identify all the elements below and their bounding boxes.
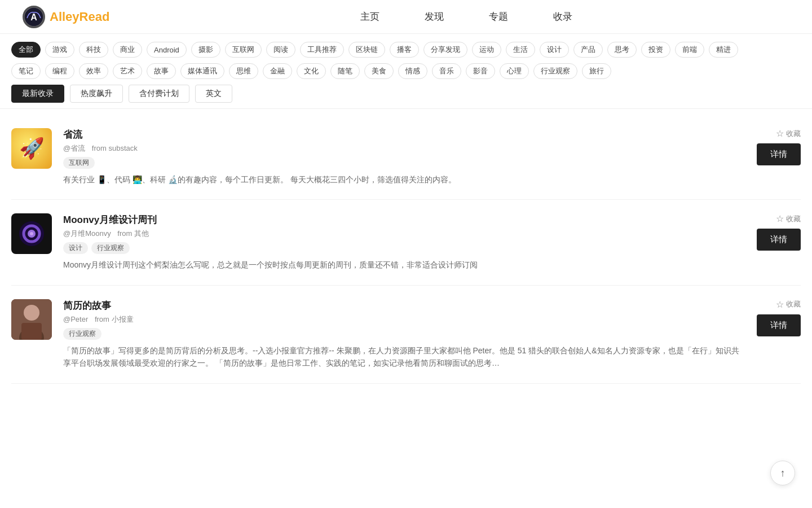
card-from: from substack	[92, 144, 138, 152]
sort-btn-含付费计划[interactable]: 含付费计划	[129, 85, 189, 103]
detail-button-moonvy[interactable]: 详情	[757, 229, 801, 251]
card-tag: 行业观察	[63, 328, 102, 340]
card-from: from 其他	[117, 229, 149, 238]
tag-随笔[interactable]: 随笔	[330, 63, 360, 79]
tag-美食[interactable]: 美食	[364, 63, 394, 79]
tag-商业[interactable]: 商业	[113, 42, 142, 58]
svg-point-5	[30, 232, 33, 235]
detail-button-jian-li[interactable]: 详情	[757, 314, 801, 336]
nav-discover[interactable]: 发现	[425, 10, 444, 23]
tag-Android[interactable]: Android	[147, 42, 187, 58]
tag-笔记[interactable]: 笔记	[11, 63, 41, 79]
filter-bar: 全部游戏科技商业Android摄影互联网阅读工具推荐区块链播客分享发现运动生活设…	[0, 34, 812, 109]
card-author: @Peter	[63, 315, 88, 323]
tag-生活[interactable]: 生活	[506, 42, 535, 58]
sort-btn-最新收录[interactable]: 最新收录	[11, 85, 64, 103]
card-title-moonvy: Moonvy月维设计周刊	[63, 213, 745, 226]
collect-label: 收藏	[786, 299, 801, 309]
card-meta-sheng-liu: @省流 from substack	[63, 143, 745, 154]
tag-区块链[interactable]: 区块链	[348, 42, 385, 58]
card-author: @月维Moonvy	[63, 229, 111, 238]
avatar-jian-li	[11, 299, 52, 340]
tag-row-1: 全部游戏科技商业Android摄影互联网阅读工具推荐区块链播客分享发现运动生活设…	[11, 42, 801, 58]
tag-心理[interactable]: 心理	[500, 63, 529, 79]
tag-金融[interactable]: 金融	[263, 63, 292, 79]
tag-全部[interactable]: 全部	[11, 42, 41, 58]
card-actions-sheng-liu: ☆ 收藏 详情	[757, 128, 801, 165]
star-icon: ☆	[776, 128, 784, 139]
card-moonvy: Moonvy月维设计周刊 @月维Moonvy from 其他 设计行业观察 Mo…	[11, 200, 801, 285]
main-nav: 主页 发现 专题 收录	[143, 10, 789, 23]
tag-工具推荐[interactable]: 工具推荐	[300, 42, 344, 58]
tag-播客[interactable]: 播客	[390, 42, 419, 58]
card-from: from 小报童	[95, 315, 134, 323]
tag-产品[interactable]: 产品	[573, 42, 603, 58]
tag-情感[interactable]: 情感	[398, 63, 427, 79]
collect-label: 收藏	[786, 214, 801, 224]
content-area: 🚀 省流 @省流 from substack 互联网 有关行业 📱、代码 👨‍💻…	[0, 109, 812, 389]
tag-互联网[interactable]: 互联网	[225, 42, 262, 58]
card-jian-li: 简历的故事 @Peter from 小报童 行业观察 「简历的故事」写得更多的是…	[11, 286, 801, 384]
card-title-jian-li: 简历的故事	[63, 299, 745, 312]
star-icon: ☆	[776, 299, 784, 310]
sort-btn-英文[interactable]: 英文	[195, 85, 232, 103]
card-tags-moonvy: 设计行业观察	[63, 242, 745, 254]
tag-前端[interactable]: 前端	[675, 42, 704, 58]
tag-思考[interactable]: 思考	[607, 42, 637, 58]
svg-text:A: A	[30, 12, 37, 22]
collect-button-moonvy[interactable]: ☆ 收藏	[776, 213, 801, 224]
card-desc-sheng-liu: 有关行业 📱、代码 👨‍💻、科研 🔬的有趣内容，每个工作日更新。 每天大概花三四…	[63, 173, 745, 186]
nav-home[interactable]: 主页	[360, 10, 379, 23]
detail-button-sheng-liu[interactable]: 详情	[757, 143, 801, 165]
card-tag: 互联网	[63, 157, 95, 169]
tag-投资[interactable]: 投资	[641, 42, 670, 58]
tag-音乐[interactable]: 音乐	[432, 63, 461, 79]
card-actions-moonvy: ☆ 收藏 详情	[757, 213, 801, 251]
tag-行业观察[interactable]: 行业观察	[533, 63, 577, 79]
tag-摄影[interactable]: 摄影	[191, 42, 220, 58]
tag-思维[interactable]: 思维	[229, 63, 258, 79]
card-tags-jian-li: 行业观察	[63, 328, 745, 340]
tag-故事[interactable]: 故事	[147, 63, 176, 79]
collect-button-jian-li[interactable]: ☆ 收藏	[776, 299, 801, 310]
sort-row: 最新收录热度飙升含付费计划英文	[11, 85, 801, 108]
card-body-moonvy: Moonvy月维设计周刊 @月维Moonvy from 其他 设计行业观察 Mo…	[63, 213, 745, 271]
card-actions-jian-li: ☆ 收藏 详情	[757, 299, 801, 336]
tag-效率[interactable]: 效率	[79, 63, 108, 79]
tag-旅行[interactable]: 旅行	[582, 63, 611, 79]
card-body-sheng-liu: 省流 @省流 from substack 互联网 有关行业 📱、代码 👨‍💻、科…	[63, 128, 745, 186]
star-icon: ☆	[776, 213, 784, 224]
tag-媒体通讯[interactable]: 媒体通讯	[180, 63, 224, 79]
tag-影音[interactable]: 影音	[466, 63, 495, 79]
card-tag: 设计	[63, 242, 88, 254]
card-meta-moonvy: @月维Moonvy from 其他	[63, 229, 745, 239]
tag-文化[interactable]: 文化	[297, 63, 326, 79]
card-tags-sheng-liu: 互联网	[63, 157, 745, 169]
tag-运动[interactable]: 运动	[472, 42, 501, 58]
card-author: @省流	[63, 144, 85, 152]
card-tag: 行业观察	[91, 242, 130, 254]
collect-button-sheng-liu[interactable]: ☆ 收藏	[776, 128, 801, 139]
svg-point-7	[24, 305, 39, 321]
sort-btn-热度飙升[interactable]: 热度飙升	[70, 85, 123, 103]
card-sheng-liu: 🚀 省流 @省流 from substack 互联网 有关行业 📱、代码 👨‍💻…	[11, 115, 801, 200]
tag-科技[interactable]: 科技	[79, 42, 108, 58]
tag-游戏[interactable]: 游戏	[45, 42, 74, 58]
tag-编程[interactable]: 编程	[45, 63, 74, 79]
card-desc-moonvy: Moonvy月维设计周刊这个鳄梨油怎么写呢，总之就是一个按时按点每周更新的周刊，…	[63, 259, 745, 271]
logo-text: AlleyRead	[50, 10, 109, 24]
tag-阅读[interactable]: 阅读	[266, 42, 295, 58]
tag-艺术[interactable]: 艺术	[113, 63, 142, 79]
nav-topics[interactable]: 专题	[489, 10, 508, 23]
card-meta-jian-li: @Peter from 小报童	[63, 314, 745, 325]
card-body-jian-li: 简历的故事 @Peter from 小报童 行业观察 「简历的故事」写得更多的是…	[63, 299, 745, 370]
tag-分享发现[interactable]: 分享发现	[423, 42, 467, 58]
svg-rect-9	[21, 323, 42, 340]
logo-icon: A	[23, 6, 45, 28]
card-title-sheng-liu: 省流	[63, 128, 745, 141]
tag-精进[interactable]: 精进	[709, 42, 738, 58]
tag-设计[interactable]: 设计	[540, 42, 569, 58]
logo-area: A AlleyRead	[23, 6, 109, 28]
collect-label: 收藏	[786, 129, 801, 139]
nav-collect[interactable]: 收录	[553, 10, 572, 23]
